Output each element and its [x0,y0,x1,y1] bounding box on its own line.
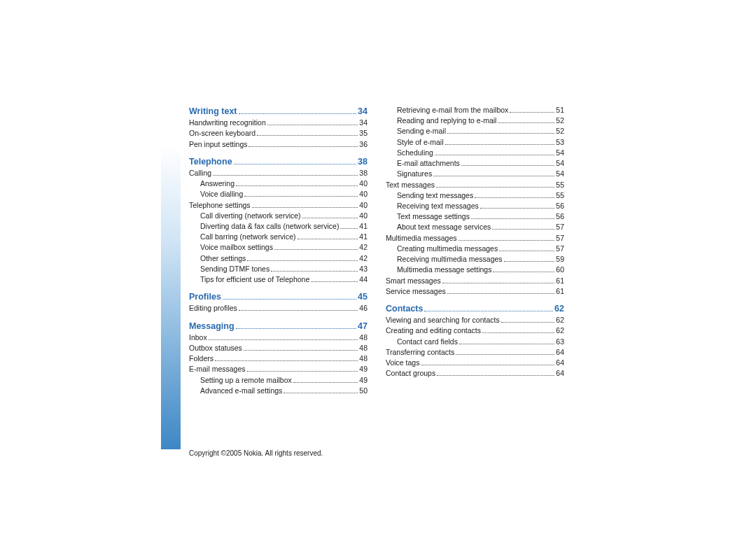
toc-entry-page: 62 [556,315,564,325]
toc-leader-dots [433,170,554,176]
toc-entry[interactable]: Retrieving e-mail from the mailbox51 [386,105,564,115]
toc-entry-label: Receiving text messages [397,201,479,211]
toc-leader-dots [209,333,358,339]
toc-entry-label: About text message services [397,222,491,232]
toc-entry[interactable]: E-mail messages49 [189,364,368,374]
toc-leader-dots [498,117,554,123]
toc-leader-dots [257,129,358,136]
toc-entry[interactable]: Call diverting (network service)40 [189,211,368,221]
toc-entry[interactable]: On-screen keyboard35 [189,128,368,139]
toc-entry-label: Transferring contacts [386,347,454,358]
toc-leader-dots [482,327,554,333]
toc-entry-label: Voice dialling [200,189,243,199]
toc-entry[interactable]: Service messages61 [386,286,564,297]
toc-entry[interactable]: Inbox48 [189,332,368,343]
toc-entry-label: Sending e-mail [397,126,446,136]
toc-entry-label: Signatures [397,169,432,179]
toc-entry[interactable]: Multimedia message settings60 [386,265,564,275]
toc-entry[interactable]: Sending e-mail52 [386,126,564,136]
toc-entry-page: 36 [359,139,368,150]
toc-entry-label: Sending text messages [397,190,473,201]
toc-entry[interactable]: Voice mailbox settings42 [189,242,368,253]
toc-entry-label: Call barring (network service) [200,232,296,242]
toc-entry[interactable]: Contact groups64 [386,368,564,379]
toc-entry-page: 56 [556,211,564,222]
toc-entry-label: Voice mailbox settings [200,242,273,253]
toc-leader-dots [510,106,554,113]
toc-entry[interactable]: Outbox statuses48 [189,343,368,353]
toc-entry[interactable]: Receiving multimedia messages59 [386,254,564,265]
toc-leader-dots [435,148,554,155]
toc-entry[interactable]: Smart messages61 [386,276,564,286]
toc-entry-label: Telephone settings [189,200,251,211]
toc-entry[interactable]: Multimedia messages57 [386,233,564,244]
toc-entry-label: Creating and editing contacts [386,325,481,336]
toc-entry-page: 38 [359,168,368,178]
toc-entry[interactable]: Pen input settings36 [189,139,368,150]
toc-entry-label: Profiles [189,290,221,303]
toc-entry[interactable]: Reading and replying to e-mail52 [386,115,564,126]
toc-leader-dots [252,201,358,207]
toc-entry[interactable]: Contacts62 [386,302,564,315]
toc-entry-label: Retrieving e-mail from the mailbox [397,105,508,115]
toc-entry[interactable]: Messaging47 [189,320,368,332]
toc-entry[interactable]: Setting up a remote mailbox49 [189,375,368,386]
toc-entry[interactable]: Transferring contacts64 [386,347,564,358]
toc-entry[interactable]: Telephone38 [189,155,368,168]
toc-leader-dots [244,190,358,197]
toc-entry[interactable]: Handwriting recognition34 [189,118,368,128]
toc-entry-page: 54 [556,148,564,158]
toc-entry[interactable]: About text message services57 [386,222,564,232]
toc-entry[interactable]: Creating multimedia messages57 [386,244,564,254]
toc-entry[interactable]: Calling38 [189,168,368,178]
toc-entry-label: Receiving multimedia messages [397,254,503,265]
toc-entry[interactable]: Writing text34 [189,105,368,118]
toc-entry-label: Voice tags [386,358,419,368]
toc-entry-page: 50 [359,386,368,396]
toc-leader-dots [493,266,554,272]
toc-entry-label: Smart messages [386,276,441,286]
toc-entry[interactable]: Advanced e-mail settings50 [189,386,368,396]
toc-entry[interactable]: Other settings42 [189,253,368,264]
toc-entry-label: Style of e-mail [397,137,444,148]
toc-entry[interactable]: Text message settings56 [386,211,564,222]
toc-column-1: Writing text34Handwriting recognition34O… [189,105,368,396]
toc-entry-page: 61 [556,286,564,297]
toc-entry[interactable]: Voice tags64 [386,358,564,368]
toc-leader-dots [298,233,358,239]
toc-entry-page: 40 [359,189,368,199]
toc-leader-dots [504,255,555,262]
toc-entry-page: 56 [556,201,564,211]
toc-entry-label: Pen input settings [189,139,247,150]
toc-entry[interactable]: Sending text messages55 [386,190,564,201]
toc-entry[interactable]: Viewing and searching for contacts62 [386,315,564,325]
toc-entry[interactable]: Creating and editing contacts62 [386,325,564,336]
toc-entry[interactable]: Receiving text messages56 [386,201,564,211]
toc-page: Writing text34Handwriting recognition34O… [161,105,574,396]
toc-entry[interactable]: Scheduling54 [386,148,564,158]
toc-entry[interactable]: Folders48 [189,353,368,364]
toc-entry[interactable]: Voice dialling40 [189,189,368,199]
toc-entry[interactable]: Contact card fields63 [386,337,564,347]
toc-entry[interactable]: Profiles45 [189,290,368,303]
toc-entry-label: Folders [189,353,214,364]
toc-entry-page: 59 [556,254,564,265]
toc-entry[interactable]: Sending DTMF tones43 [189,264,368,274]
toc-entry[interactable]: Telephone settings40 [189,200,368,211]
copyright-text: Copyright ©2005 Nokia. All rights reserv… [189,449,323,457]
toc-entry[interactable]: Text messages55 [386,180,564,190]
toc-entry[interactable]: Answering40 [189,178,368,189]
toc-entry-label: Other settings [200,253,246,264]
toc-entry[interactable]: Tips for efficient use of Telephone44 [189,274,368,285]
toc-entry[interactable]: Diverting data & fax calls (network serv… [189,221,368,232]
toc-entry-label: Scheduling [397,148,433,158]
toc-entry[interactable]: E-mail attachments54 [386,158,564,169]
toc-entry-page: 48 [359,343,368,353]
toc-entry[interactable]: Signatures54 [386,169,564,179]
toc-entry[interactable]: Style of e-mail53 [386,137,564,148]
toc-entry[interactable]: Editing profiles46 [189,303,368,314]
toc-leader-dots [267,119,358,125]
toc-entry-page: 46 [359,303,368,314]
toc-entry-page: 53 [556,137,564,148]
toc-entry[interactable]: Call barring (network service)41 [189,232,368,242]
